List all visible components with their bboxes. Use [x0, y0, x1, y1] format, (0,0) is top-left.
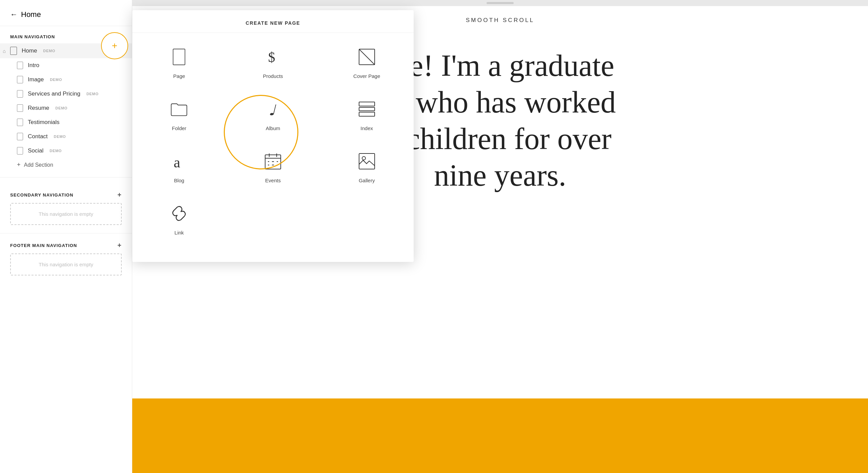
page-icon [17, 62, 23, 69]
modal-item-products-label: Products [263, 73, 283, 79]
sidebar: ← Home MAIN NAVIGATION ⌂ Home DEMO ∨ Int… [0, 0, 132, 473]
page-icon [17, 90, 23, 98]
svg-point-20 [362, 157, 366, 160]
nav-item-social-label: Social [28, 147, 43, 154]
nav-item-services[interactable]: Services and Pricing DEMO [7, 87, 132, 101]
page-icon [17, 119, 23, 126]
nav-item-services-badge: DEMO [86, 92, 99, 96]
nav-item-testimonials[interactable]: Testimonials [7, 115, 132, 129]
home-icon: ⌂ [3, 48, 6, 54]
plus-icon: + [17, 161, 21, 168]
modal-item-products[interactable]: $ Products [226, 36, 320, 88]
modal-title: CREATE NEW PAGE [132, 10, 414, 33]
page-icon [17, 133, 23, 140]
modal-item-blog-label: Blog [174, 178, 184, 183]
nav-children: Intro Image DEMO Services and Pricing DE… [0, 58, 132, 158]
sidebar-header: ← Home [0, 0, 132, 26]
modal-item-index-label: Index [360, 125, 373, 131]
svg-line-3 [359, 49, 375, 65]
nav-item-intro[interactable]: Intro [7, 58, 132, 73]
nav-item-image[interactable]: Image DEMO [7, 73, 132, 87]
nav-item-resume[interactable]: Resume DEMO [7, 101, 132, 115]
nav-item-image-badge: DEMO [50, 78, 62, 82]
footer-nav-empty: This navigation is empty [10, 253, 122, 275]
page-icon [17, 76, 23, 83]
add-new-page-button[interactable]: + [101, 32, 128, 59]
svg-rect-19 [359, 153, 375, 169]
svg-rect-7 [359, 112, 375, 116]
back-label[interactable]: Home [21, 10, 41, 19]
modal-item-link-label: Link [175, 230, 184, 235]
modal-item-cover-page[interactable]: Cover Page [320, 36, 414, 88]
nav-item-contact-label: Contact [28, 133, 48, 140]
modal-item-page-label: Page [173, 73, 185, 79]
nav-item-testimonials-label: Testimonials [28, 119, 60, 126]
modal-item-cover-page-label: Cover Page [353, 73, 380, 79]
svg-text:a: a [174, 154, 180, 170]
modal-item-gallery-label: Gallery [359, 178, 375, 183]
orange-section [132, 398, 868, 473]
modal-item-link[interactable]: Link [132, 193, 226, 245]
modal-item-album[interactable]: ♩ Album [226, 88, 320, 141]
modal-item-page[interactable]: Page [132, 36, 226, 88]
svg-rect-5 [359, 102, 375, 106]
secondary-nav-empty: This navigation is empty [10, 203, 122, 225]
album-type-icon: ♩ [264, 101, 281, 120]
add-section-row[interactable]: + Add Section [0, 158, 132, 172]
blog-type-icon: a [171, 153, 188, 172]
footer-nav-section-label: FOOTER MAIN NAVIGATION + [0, 233, 132, 253]
modal-area: CREATE NEW PAGE Page $ Products [132, 0, 420, 278]
secondary-nav-section-label: SECONDARY NAVIGATION + [0, 183, 132, 203]
footer-nav-add-btn[interactable]: + [117, 242, 122, 249]
nav-item-home-label: Home [22, 47, 37, 54]
nav-item-image-label: Image [28, 76, 44, 83]
modal-item-index[interactable]: Index [320, 88, 414, 141]
nav-item-contact[interactable]: Contact DEMO [7, 129, 132, 144]
add-section-label: Add Section [24, 162, 53, 168]
link-type-icon [171, 205, 188, 224]
page-icon [17, 104, 23, 112]
svg-text:♩: ♩ [269, 102, 276, 118]
secondary-nav-add-btn[interactable]: + [117, 191, 122, 199]
nav-item-social[interactable]: Social DEMO [7, 144, 132, 158]
nav-item-social-badge: DEMO [50, 149, 62, 153]
nav-item-resume-label: Resume [28, 105, 49, 111]
gallery-type-icon [358, 153, 375, 172]
modal-item-album-label: Album [266, 125, 280, 131]
cover-page-type-icon [358, 48, 375, 68]
nav-item-home-badge: DEMO [43, 49, 55, 53]
modal-grid: Page $ Products Cover [132, 33, 414, 248]
nav-item-services-label: Services and Pricing [28, 90, 80, 97]
index-type-icon [358, 101, 375, 120]
modal-item-events[interactable]: Events [226, 141, 320, 193]
modal-item-folder[interactable]: Folder [132, 88, 226, 141]
nav-item-resume-badge: DEMO [55, 106, 67, 110]
page-icon [17, 147, 23, 155]
drag-handle [487, 2, 514, 4]
back-arrow-icon[interactable]: ← [10, 10, 18, 19]
modal-item-gallery[interactable]: Gallery [320, 141, 414, 193]
page-icon [10, 47, 17, 55]
products-type-icon: $ [264, 48, 281, 68]
modal-item-events-label: Events [265, 178, 281, 183]
folder-type-icon [171, 101, 188, 120]
events-type-icon [264, 153, 281, 172]
nav-item-intro-label: Intro [28, 62, 39, 69]
svg-text:$: $ [268, 49, 275, 65]
modal-item-folder-label: Folder [172, 125, 186, 131]
svg-rect-6 [359, 107, 375, 111]
modal-item-blog[interactable]: a Blog [132, 141, 226, 193]
nav-item-contact-badge: DEMO [54, 135, 66, 139]
svg-rect-0 [173, 49, 185, 65]
create-new-page-modal: CREATE NEW PAGE Page $ Products [132, 10, 414, 262]
page-type-icon [171, 48, 188, 68]
